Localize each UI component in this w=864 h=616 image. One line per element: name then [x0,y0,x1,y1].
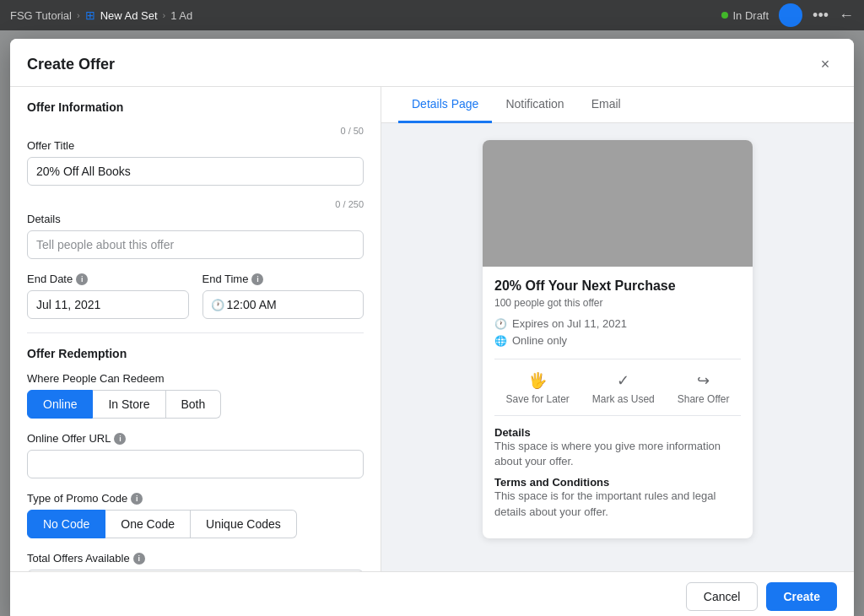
breadcrumb-ad[interactable]: 1 Ad [170,9,192,22]
save-for-later-action[interactable]: 🖐 Save for Later [505,371,569,405]
offer-card-meta: 🕐 Expires on Jul 11, 2021 🌐 Online only [494,317,741,359]
total-offers-info-icon[interactable]: i [133,553,145,565]
end-time-input[interactable] [202,290,364,319]
one-code-button[interactable]: One Code [105,510,191,538]
terms-section-text: This space is for the important rules an… [494,489,741,519]
details-label: Details [27,213,364,225]
status-label: In Draft [732,9,769,22]
modal-overlay: Create Offer × Offer Information 0 / 50 … [0,30,864,616]
total-offers-group: Total Offers Available i [27,552,364,571]
cancel-button[interactable]: Cancel [686,582,759,611]
modal-header: Create Offer × [10,39,854,87]
tab-notification[interactable]: Notification [492,87,577,123]
terms-section: Terms and Conditions This space is for t… [494,476,741,519]
details-section-text: This space is where you give more inform… [494,439,741,469]
breadcrumb-adset[interactable]: New Ad Set [100,9,158,22]
promo-code-label: Type of Promo Code i [27,492,364,505]
details-char-count: 0 / 250 [27,199,364,209]
left-panel: Offer Information 0 / 50 Offer Title 0 /… [10,87,381,571]
details-input[interactable] [27,230,364,259]
expires-meta: 🕐 Expires on Jul 11, 2021 [494,317,741,330]
preview-area: 20% Off Your Next Purchase 100 people go… [381,123,854,571]
checkmark-icon: ✓ [617,371,629,390]
share-offer-action[interactable]: ↪ Share Offer [678,371,730,405]
online-url-input[interactable] [27,450,364,478]
details-section: Details This space is where you give mor… [494,426,741,469]
online-url-info-icon[interactable]: i [114,433,126,445]
right-panel: Details Page Notification Email 20% Off … [381,87,854,571]
online-button[interactable]: Online [27,390,93,419]
offer-card-subtitle: 100 people got this offer [494,297,741,309]
no-code-button[interactable]: No Code [27,510,105,538]
end-date-info-icon[interactable]: i [76,273,88,285]
back-button[interactable]: ← [839,7,854,24]
time-input-wrapper: 🕐 [202,290,364,319]
offer-card-actions: 🖐 Save for Later ✓ Mark as Used ↪ Share … [494,371,741,416]
expires-text: Expires on Jul 11, 2021 [512,317,627,330]
preview-tabs: Details Page Notification Email [381,87,854,123]
create-button[interactable]: Create [766,582,837,611]
globe-meta-icon: 🌐 [494,335,507,347]
end-date-label: End Date i [27,273,189,285]
offer-title-char-count: 0 / 50 [27,126,364,136]
total-offers-label: Total Offers Available i [27,552,364,565]
promo-code-group: Type of Promo Code i No Code One Code Un… [27,492,364,538]
save-for-later-label: Save for Later [505,393,569,405]
modal-body: Offer Information 0 / 50 Offer Title 0 /… [10,87,854,571]
modal-footer: Cancel Create [10,571,854,616]
status-dot [721,12,728,19]
section-divider [27,332,364,333]
tab-details-page[interactable]: Details Page [398,87,492,123]
avatar[interactable] [779,3,802,27]
breadcrumb-sep-1: › [77,10,80,20]
both-button[interactable]: Both [166,390,222,419]
breadcrumb-fsg[interactable]: FSG Tutorial [10,9,72,22]
modal-title: Create Offer [27,56,115,73]
clock-meta-icon: 🕐 [494,318,507,330]
offer-card-image [483,140,753,267]
offer-title-group: 0 / 50 Offer Title [27,126,364,186]
details-group: 0 / 250 Details [27,199,364,259]
close-button[interactable]: × [813,52,837,76]
share-offer-label: Share Offer [678,393,730,405]
in-store-button[interactable]: In Store [93,390,165,419]
top-bar-right: In Draft ••• ← [721,3,854,27]
offer-card-body: 20% Off Your Next Purchase 100 people go… [483,267,753,538]
mark-as-used-action[interactable]: ✓ Mark as Used [592,371,655,405]
tab-email[interactable]: Email [578,87,634,123]
online-url-label: Online Offer URL i [27,432,364,445]
where-redeem-group: Where People Can Redeem Online In Store … [27,372,364,419]
mark-as-used-label: Mark as Used [592,393,655,405]
promo-code-btn-group: No Code One Code Unique Codes [27,510,364,538]
offer-preview-card: 20% Off Your Next Purchase 100 people go… [483,140,753,538]
unique-codes-button[interactable]: Unique Codes [191,510,297,538]
offer-title-input[interactable] [27,157,364,186]
end-time-label: End Time i [202,273,364,285]
date-time-row: End Date i End Time i 🕐 [27,273,364,319]
more-options-button[interactable]: ••• [813,8,829,23]
offer-card-details: Details This space is where you give mor… [494,426,741,520]
location-text: Online only [512,334,567,347]
create-offer-modal: Create Offer × Offer Information 0 / 50 … [10,39,854,616]
grid-icon: ⊞ [85,8,95,22]
end-date-input[interactable] [27,290,189,319]
promo-code-info-icon[interactable]: i [131,493,143,505]
terms-section-title: Terms and Conditions [494,476,741,489]
breadcrumb-sep-2: › [163,10,166,20]
clock-icon: 🕐 [211,299,224,311]
details-section-title: Details [494,426,741,439]
end-time-info-icon[interactable]: i [251,273,263,285]
top-bar: FSG Tutorial › ⊞ New Ad Set › 1 Ad In Dr… [0,0,864,30]
offer-redemption-title: Offer Redemption [27,347,364,360]
offer-information-title: Offer Information [27,100,364,114]
redeem-location-btn-group: Online In Store Both [27,390,364,419]
where-redeem-label: Where People Can Redeem [27,372,364,385]
share-icon: ↪ [697,371,710,390]
offer-card-title: 20% Off Your Next Purchase [494,278,741,294]
location-meta: 🌐 Online only [494,334,741,347]
save-for-later-icon: 🖐 [528,371,547,390]
end-date-field: End Date i [27,273,189,319]
online-url-group: Online Offer URL i [27,432,364,478]
end-time-field: End Time i 🕐 [202,273,364,319]
offer-title-label: Offer Title [27,139,364,152]
